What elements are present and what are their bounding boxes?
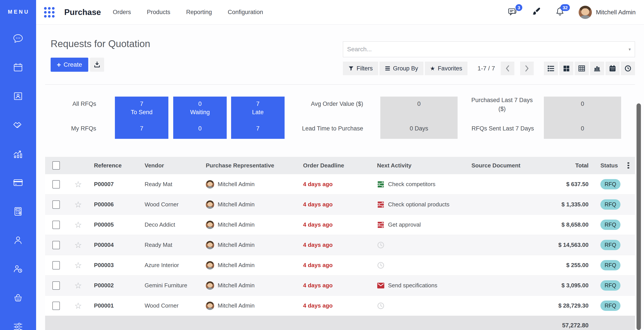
header-activity[interactable]: Next Activity <box>373 162 468 169</box>
pivot-view-button[interactable] <box>575 62 589 75</box>
activity-mail-icon <box>377 282 384 289</box>
menu-orders[interactable]: Orders <box>113 9 131 16</box>
favorite-star-icon[interactable]: ☆ <box>74 180 82 189</box>
sidebar-item-attendance[interactable] <box>12 264 24 276</box>
table-row[interactable]: ☆ P00003 Azure Interior Mitchell Admin 4… <box>45 255 635 275</box>
favorite-star-icon[interactable]: ☆ <box>74 221 82 229</box>
apps-grid-icon[interactable] <box>44 7 54 17</box>
favorite-star-icon[interactable]: ☆ <box>74 200 82 209</box>
label-rfqs-sent-last-7-days[interactable]: RFQs Sent Last 7 Days <box>468 125 534 132</box>
row-checkbox[interactable] <box>52 261 60 270</box>
sidebar-item-contacts[interactable] <box>12 91 24 102</box>
activity-view-button[interactable] <box>621 62 635 75</box>
label-avg-order-value[interactable]: Avg Order Value ($) <box>289 100 363 107</box>
filter-my-rfqs[interactable]: My RFQs <box>40 125 96 132</box>
notifications-button[interactable]: 32 <box>555 7 565 18</box>
kpi-caption-late: Late <box>231 109 284 116</box>
user-menu[interactable]: Mitchell Admin <box>579 6 636 19</box>
activity-cell[interactable]: Get approval <box>373 221 468 229</box>
activity-tasks-icon <box>377 221 384 229</box>
sales-chart-icon <box>12 148 24 159</box>
favorite-star-icon[interactable]: ☆ <box>74 241 82 249</box>
settings-sliders-icon <box>12 321 24 330</box>
list-view-button[interactable] <box>544 62 558 75</box>
row-checkbox[interactable] <box>52 221 60 229</box>
activity-cell[interactable] <box>373 262 468 269</box>
label-purchased-last-7-days[interactable]: Purchased Last 7 Days ($) <box>470 96 534 113</box>
pager-next-button[interactable] <box>520 62 534 75</box>
favorites-button[interactable]: ★Favorites <box>425 62 468 75</box>
table-row[interactable]: ☆ P00002 Gemini Furniture Mitchell Admin… <box>45 275 635 296</box>
sidebar-item-calendar[interactable] <box>12 62 24 74</box>
menu-reporting[interactable]: Reporting <box>186 9 212 16</box>
table-row[interactable]: ☆ P00001 Wood Corner Mitchell Admin 4 da… <box>45 296 635 316</box>
select-all-checkbox[interactable] <box>52 161 60 170</box>
table-row[interactable]: ☆ P00005 Deco Addict Mitchell Admin 4 da… <box>45 215 635 235</box>
row-checkbox[interactable] <box>52 241 60 249</box>
filter-all-rfqs[interactable]: All RFQs <box>40 100 96 107</box>
label-lead-time[interactable]: Lead Time to Purchase <box>289 125 363 132</box>
header-reference[interactable]: Reference <box>89 162 140 169</box>
activity-cell[interactable]: Check competitors <box>373 181 468 188</box>
sidebar-item-purchase[interactable] <box>12 292 24 304</box>
table-row[interactable]: ☆ P00007 Ready Mat Mitchell Admin 4 days… <box>45 174 635 194</box>
header-source[interactable]: Source Document <box>468 162 545 169</box>
activity-cell[interactable] <box>373 241 468 249</box>
optional-columns-kebab-icon[interactable] <box>628 162 629 169</box>
kpi-tile-last-7-days[interactable]: 0 0 <box>544 97 621 139</box>
sidebar-item-invoicing[interactable] <box>12 177 24 189</box>
header-vendor[interactable]: Vendor <box>140 162 202 169</box>
kpi-tile-late[interactable]: 7 Late 7 <box>231 97 284 139</box>
main-menus: Orders Products Reporting Configuration <box>113 9 263 16</box>
export-button[interactable] <box>90 58 104 72</box>
sidebar-item-crm[interactable] <box>12 119 24 131</box>
table-row[interactable]: ☆ P00004 Ready Mat Mitchell Admin 4 days… <box>45 235 635 255</box>
app-title[interactable]: Purchase <box>64 8 101 17</box>
messages-button[interactable]: 3 <box>507 7 518 18</box>
create-button[interactable]: +Create <box>50 58 88 72</box>
activity-cell[interactable] <box>373 302 468 310</box>
sidebar-item-employees[interactable] <box>12 235 24 247</box>
search-dropdown-caret-icon[interactable]: ▾ <box>628 47 631 52</box>
search-input[interactable] <box>347 46 628 53</box>
sidebar-item-discuss[interactable] <box>12 33 24 45</box>
activity-cell[interactable]: Check optional products <box>373 201 468 208</box>
main-content: Requests for Quotation +Create ▾ Filters… <box>36 25 644 330</box>
filters-button[interactable]: Filters <box>343 62 378 75</box>
favorite-star-icon[interactable]: ☆ <box>74 281 82 290</box>
calendar-view-button[interactable] <box>606 62 620 75</box>
table-row[interactable]: ☆ P00006 Wood Corner Mitchell Admin 4 da… <box>45 194 635 215</box>
header-representative[interactable]: Purchase Representative <box>202 162 298 169</box>
row-checkbox[interactable] <box>52 302 60 310</box>
row-checkbox[interactable] <box>52 200 60 209</box>
header-total[interactable]: Total <box>545 162 593 169</box>
header-deadline[interactable]: Order Deadline <box>298 162 373 169</box>
menu-products[interactable]: Products <box>147 9 170 16</box>
pager-prev-button[interactable] <box>501 62 514 75</box>
kpi-lead-time: 0 Days <box>380 125 458 132</box>
menu-toggle[interactable]: MENU <box>0 0 36 15</box>
row-checkbox[interactable] <box>52 281 60 290</box>
menu-configuration[interactable]: Configuration <box>228 9 263 16</box>
kpi-my-late: 7 <box>231 125 284 132</box>
kanban-view-button[interactable] <box>559 62 573 75</box>
group-by-button[interactable]: Group By <box>380 62 424 75</box>
vertical-scrollbar[interactable] <box>636 103 641 330</box>
page-title: Requests for Quotation <box>50 38 150 49</box>
row-checkbox[interactable] <box>52 180 60 189</box>
graph-view-button[interactable] <box>590 62 604 75</box>
header-status[interactable]: Status <box>593 162 622 169</box>
kpi-tile-waiting[interactable]: 0 Waiting 0 <box>173 97 227 139</box>
sidebar-item-sales[interactable] <box>12 148 24 160</box>
sidebar-item-settings[interactable] <box>12 321 24 330</box>
activity-clock-view-icon <box>624 65 632 72</box>
pager: 1-7 / 7 <box>478 62 534 75</box>
kpi-tile-to-send[interactable]: 7 To Send 7 <box>115 97 168 139</box>
kpi-tile-avg-lead[interactable]: 0 0 Days <box>380 97 458 139</box>
favorite-star-icon[interactable]: ☆ <box>74 261 82 270</box>
theme-brush-button[interactable] <box>531 7 541 18</box>
attendance-user-clock-icon <box>12 264 24 275</box>
sidebar-item-accounting[interactable] <box>12 206 24 218</box>
activity-cell[interactable]: Send specifications <box>373 282 468 289</box>
favorite-star-icon[interactable]: ☆ <box>74 302 82 310</box>
